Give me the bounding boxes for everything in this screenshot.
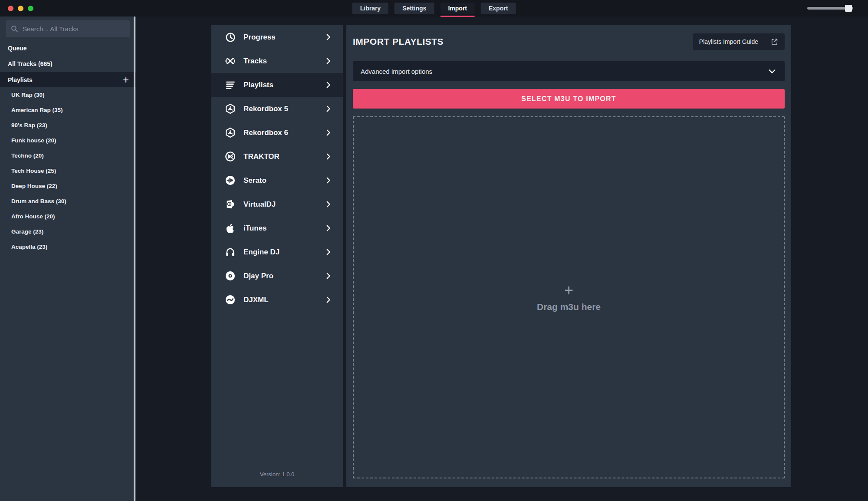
disc-icon xyxy=(224,270,236,282)
close-window-button[interactable] xyxy=(8,6,13,11)
playlist-item-label: Tech House (25) xyxy=(11,168,56,174)
playlist-item-label: Afro House (20) xyxy=(11,213,55,220)
top-nav-tabs: Library Settings Import Export xyxy=(352,0,516,16)
chevron-right-icon xyxy=(324,33,332,41)
tab-label: Export xyxy=(489,5,508,12)
import-source-engine-dj[interactable]: Engine DJ xyxy=(211,240,343,264)
playlist-item-label: Garage (23) xyxy=(11,228,43,235)
import-source-label: VirtualDJ xyxy=(243,200,276,209)
import-source-label: Engine DJ xyxy=(243,248,279,257)
import-source-label: Progress xyxy=(243,33,276,42)
playlist-item-label: UK Rap (30) xyxy=(11,92,45,98)
import-sources-panel: Progress Tracks Playli xyxy=(211,25,343,487)
playlist-item[interactable]: Tech House (25) xyxy=(0,163,136,178)
search-input[interactable]: Search... All Tracks xyxy=(6,20,130,37)
chevron-right-icon xyxy=(324,105,332,113)
select-m3u-button[interactable]: SELECT M3U TO IMPORT xyxy=(353,89,785,109)
import-sources-list: Progress Tracks Playli xyxy=(211,25,343,312)
playlist-item[interactable]: Garage (23) xyxy=(0,224,136,239)
playlist-item-label: American Rap (35) xyxy=(11,107,63,113)
import-source-serato[interactable]: Serato xyxy=(211,168,343,192)
zoom-slider[interactable] xyxy=(807,7,853,10)
sidebar-scrollbar[interactable] xyxy=(134,16,135,501)
playlist-item[interactable]: Afro House (20) xyxy=(0,209,136,224)
minimize-window-button[interactable] xyxy=(18,6,23,11)
import-source-label: Tracks xyxy=(243,57,267,66)
search-icon xyxy=(10,25,18,33)
import-source-djay-pro[interactable]: Djay Pro xyxy=(211,264,343,288)
playlist-item[interactable]: Funk house (20) xyxy=(0,133,136,148)
import-source-itunes[interactable]: iTunes xyxy=(211,216,343,240)
virtualdj-icon xyxy=(224,198,236,210)
tab-label: Settings xyxy=(402,5,426,12)
playlist-item-label: Techno (20) xyxy=(11,152,44,159)
import-source-progress[interactable]: Progress xyxy=(211,25,343,49)
tab-import[interactable]: Import xyxy=(440,3,475,14)
playlist-item[interactable]: Acapella (23) xyxy=(0,239,136,254)
import-source-label: DJXML xyxy=(243,296,269,304)
sidebar-item-queue[interactable]: Queue xyxy=(0,40,136,56)
sidebar-item-all-tracks[interactable]: All Tracks (665) xyxy=(0,56,136,72)
import-source-label: Rekordbox 6 xyxy=(243,129,288,137)
import-source-label: Rekordbox 5 xyxy=(243,105,288,113)
chevron-right-icon xyxy=(324,296,332,304)
serato-icon xyxy=(224,175,236,186)
dropzone-label: Drag m3u here xyxy=(537,302,601,312)
rekordbox-icon xyxy=(224,103,236,115)
chevron-right-icon xyxy=(324,224,332,232)
import-source-djxml[interactable]: DJXML xyxy=(211,288,343,312)
playlist-item[interactable]: 90's Rap (23) xyxy=(0,118,136,133)
tab-export[interactable]: Export xyxy=(481,3,516,14)
tracks-icon xyxy=(224,55,236,67)
tab-settings[interactable]: Settings xyxy=(395,3,434,14)
headphones-icon xyxy=(224,246,236,258)
playlist-item-label: 90's Rap (23) xyxy=(11,122,47,129)
apple-icon xyxy=(224,222,236,234)
playlist-item[interactable]: UK Rap (30) xyxy=(0,87,136,102)
chevron-right-icon xyxy=(324,176,332,185)
rekordbox-icon xyxy=(224,127,236,138)
import-source-rekordbox-5[interactable]: Rekordbox 5 xyxy=(211,97,343,121)
import-source-traktor[interactable]: TRAKTOR xyxy=(211,145,343,168)
search-placeholder: Search... All Tracks xyxy=(23,25,78,33)
zoom-slider-thumb[interactable] xyxy=(845,5,852,12)
external-link-icon xyxy=(770,38,778,46)
chevron-right-icon xyxy=(324,200,332,208)
playlist-item-label: Deep House (22) xyxy=(11,183,57,189)
sidebar-playlists-header[interactable]: Playlists + xyxy=(0,72,136,87)
playlist-item[interactable]: Techno (20) xyxy=(0,148,136,163)
import-source-label: Playlists xyxy=(243,81,273,89)
playlist-item-label: Drum and Bass (30) xyxy=(11,198,66,204)
playlist-item-label: Funk house (20) xyxy=(11,137,56,144)
import-source-label: TRAKTOR xyxy=(243,152,279,161)
playlist-item[interactable]: Drum and Bass (30) xyxy=(0,194,136,209)
chevron-down-icon xyxy=(767,66,777,76)
chevron-right-icon xyxy=(324,248,332,256)
import-source-rekordbox-6[interactable]: Rekordbox 6 xyxy=(211,121,343,145)
plus-icon: + xyxy=(564,283,573,298)
tab-label: Import xyxy=(448,5,467,12)
chevron-right-icon xyxy=(324,152,332,161)
advanced-import-options-toggle[interactable]: Advanced import options xyxy=(353,61,785,81)
m3u-dropzone[interactable]: + Drag m3u here xyxy=(353,116,785,478)
playlist-item[interactable]: American Rap (35) xyxy=(0,102,136,118)
chevron-right-icon xyxy=(324,81,332,89)
add-playlist-button[interactable]: + xyxy=(123,75,129,85)
import-source-tracks[interactable]: Tracks xyxy=(211,49,343,73)
import-source-label: iTunes xyxy=(243,224,267,233)
import-source-playlists[interactable]: Playlists xyxy=(211,73,343,97)
playlist-icon xyxy=(224,79,236,91)
chevron-right-icon xyxy=(324,57,332,65)
chevron-right-icon xyxy=(324,129,332,137)
sidebar-playlist-list: UK Rap (30) American Rap (35) 90's Rap (… xyxy=(0,87,136,254)
import-source-virtualdj[interactable]: VirtualDJ xyxy=(211,192,343,216)
maximize-window-button[interactable] xyxy=(28,6,33,11)
import-source-label: Djay Pro xyxy=(243,272,273,280)
tab-library[interactable]: Library xyxy=(352,3,388,14)
import-playlists-panel: IMPORT PLAYLISTS Playlists Import Guide … xyxy=(346,25,791,487)
chevron-right-icon xyxy=(324,272,332,280)
library-sidebar: Search... All Tracks Queue All Tracks (6… xyxy=(0,16,136,501)
playlists-import-guide-button[interactable]: Playlists Import Guide xyxy=(693,33,785,50)
playlist-item[interactable]: Deep House (22) xyxy=(0,178,136,194)
tab-label: Library xyxy=(360,5,381,12)
